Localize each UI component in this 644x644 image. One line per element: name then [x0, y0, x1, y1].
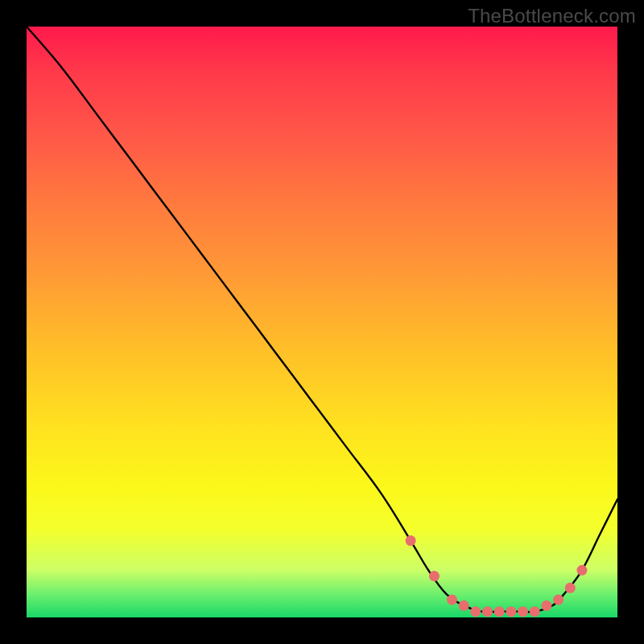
curve-marker: [565, 583, 576, 593]
curve-marker: [553, 594, 564, 605]
chart-frame: TheBottleneck.com: [0, 0, 644, 644]
curve-marker: [406, 535, 416, 546]
curve-svg: [27, 27, 617, 617]
curve-marker: [506, 606, 516, 617]
curve-markers: [406, 535, 588, 617]
bottleneck-curve: [27, 27, 617, 612]
curve-marker: [429, 571, 440, 581]
curve-marker: [530, 606, 540, 617]
curve-marker: [518, 606, 528, 617]
curve-marker: [494, 606, 505, 617]
plot-area: [27, 27, 617, 617]
curve-marker: [459, 601, 469, 611]
curve-marker: [447, 594, 457, 605]
watermark-text: TheBottleneck.com: [468, 5, 636, 27]
curve-marker: [576, 565, 587, 576]
curve-marker: [482, 606, 493, 617]
curve-marker: [541, 601, 551, 611]
curve-marker: [470, 606, 481, 617]
